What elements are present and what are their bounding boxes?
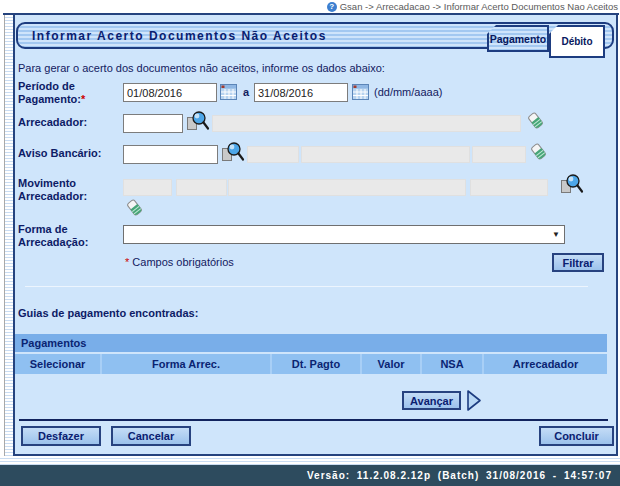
- bottom-stripe-decoration: [0, 456, 620, 465]
- window-top-border: [3, 13, 619, 15]
- eraser-icon[interactable]: [125, 198, 144, 217]
- aviso-bancario-input[interactable]: [123, 145, 218, 164]
- cancelar-button[interactable]: Cancelar: [111, 426, 191, 446]
- movimento-field-4: [470, 179, 548, 196]
- breadcrumb-text: Gsan -> Arrecadacao -> Informar Acerto D…: [340, 1, 618, 12]
- date-to-input[interactable]: [254, 83, 348, 102]
- search-icon[interactable]: [560, 173, 584, 195]
- date-format-hint: (dd/mm/aaaa): [374, 86, 442, 98]
- date-range-separator: a: [243, 86, 249, 98]
- required-fields-note: * Campos obrigatórios: [125, 256, 234, 268]
- table-header-row: Selecionar Forma Arrec. Dt. Pagto Valor …: [15, 354, 607, 374]
- arrecadador-name-field: [212, 115, 521, 132]
- forma-arrecadacao-select[interactable]: ▼: [123, 225, 565, 244]
- column-valor: Valor: [360, 354, 420, 374]
- movimento-field-1: [123, 179, 172, 196]
- content-panel: Informar Acerto Documentos Não Aceitos P…: [13, 13, 618, 456]
- movimento-field-2: [176, 179, 227, 196]
- eraser-icon[interactable]: [529, 142, 548, 161]
- filtrar-button[interactable]: Filtrar: [552, 253, 604, 272]
- movimento-arrecadador-label: Movimento Arrecadador:: [18, 177, 118, 203]
- movimento-field-3: [228, 179, 466, 196]
- column-forma-arrec: Forma Arrec.: [100, 354, 270, 374]
- help-icon[interactable]: ?: [327, 2, 337, 12]
- arrecadador-code-input[interactable]: [123, 114, 183, 133]
- version-footer: Versão: 11.2.08.2.12p (Batch) 31/08/2016…: [0, 465, 620, 486]
- forma-arrecadacao-label: Forma de Arrecadação:: [18, 223, 118, 249]
- column-dt-pagto: Dt. Pagto: [270, 354, 360, 374]
- intro-text: Para gerar o acerto dos documentos não a…: [18, 62, 385, 74]
- desfazer-button[interactable]: Desfazer: [21, 426, 101, 446]
- required-asterisk: *: [81, 93, 85, 105]
- section-divider: [25, 286, 588, 287]
- main-window: Informar Acerto Documentos Não Aceitos P…: [0, 13, 620, 456]
- gsan-window: ? Gsan -> Arrecadacao -> Informar Acerto…: [0, 0, 620, 486]
- pagamentos-table: Pagamentos Selecionar Forma Arrec. Dt. P…: [15, 334, 607, 374]
- forward-arrow-icon: [466, 389, 482, 412]
- tab-debito-label: Débito: [561, 36, 592, 47]
- concluir-button[interactable]: Concluir: [539, 426, 614, 446]
- results-heading: Guias de pagamento encontradas:: [18, 307, 198, 319]
- aviso-bancario-label: Aviso Bancário:: [18, 147, 118, 160]
- top-strip: ? Gsan -> Arrecadacao -> Informar Acerto…: [0, 0, 620, 13]
- left-stripe-decoration: [4, 15, 13, 456]
- tab-pagamento-label: Pagamento: [490, 33, 547, 45]
- breadcrumb: ? Gsan -> Arrecadacao -> Informar Acerto…: [327, 1, 618, 12]
- avancar-button[interactable]: Avançar: [402, 391, 461, 410]
- page-title: Informar Acerto Documentos Não Aceitos: [32, 29, 327, 43]
- calendar-icon[interactable]: [352, 84, 369, 100]
- actions-divider: [19, 419, 608, 421]
- table-title: Pagamentos: [15, 334, 607, 352]
- tab-debito[interactable]: Débito: [549, 25, 605, 58]
- calendar-icon[interactable]: [220, 84, 237, 100]
- dropdown-arrow-icon: ▼: [552, 231, 560, 239]
- periodo-pagamento-label: Período de Pagamento:*: [18, 80, 118, 106]
- tab-pagamento[interactable]: Pagamento: [487, 25, 549, 52]
- aviso-field-2: [301, 146, 470, 163]
- date-from-input[interactable]: [123, 83, 217, 102]
- column-selecionar: Selecionar: [15, 354, 100, 374]
- search-icon[interactable]: [221, 141, 245, 163]
- search-icon[interactable]: [186, 110, 210, 132]
- aviso-field-1: [247, 146, 299, 163]
- arrecadador-label: Arrecadador:: [18, 116, 118, 129]
- column-nsa: NSA: [420, 354, 482, 374]
- eraser-icon[interactable]: [526, 111, 545, 130]
- aviso-field-3: [472, 146, 526, 163]
- column-arrecadador: Arrecadador: [482, 354, 607, 374]
